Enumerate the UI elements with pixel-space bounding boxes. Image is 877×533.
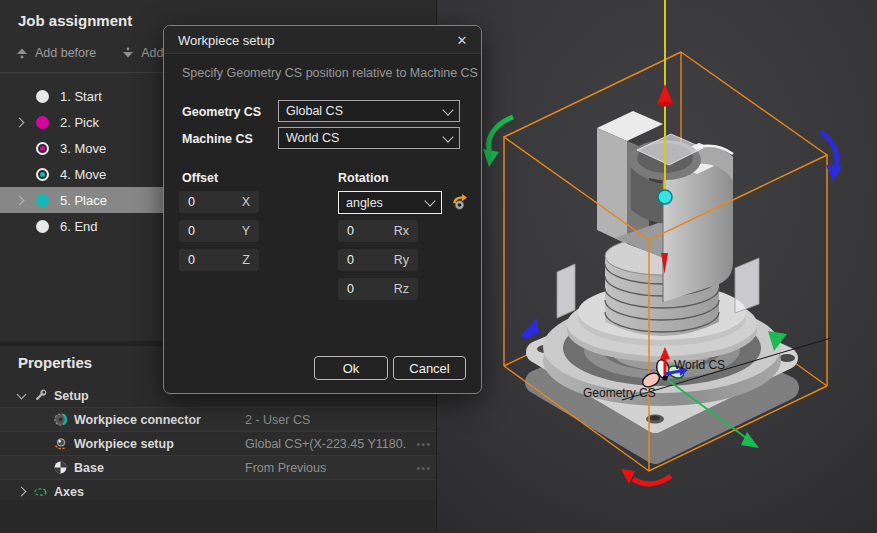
step-label: 5. Place [60, 193, 107, 208]
step-label: 6. End [60, 219, 98, 234]
step-bullet [36, 116, 49, 129]
prop-label: Setup [54, 389, 89, 403]
prop-label: Workpiece setup [74, 437, 174, 451]
add-before-button[interactable]: Add before [16, 46, 96, 60]
rotation-label: Rotation [338, 171, 389, 185]
step-label: 4. Move [60, 167, 106, 182]
step-label: 3. Move [60, 141, 106, 156]
prop-label: Base [74, 461, 104, 475]
cancel-button[interactable]: Cancel [393, 356, 466, 380]
rotation-ry-input[interactable]: 0 Ry [338, 249, 418, 271]
rotation-rx-input[interactable]: 0 Rx [338, 220, 418, 242]
expand-chevron-icon[interactable] [15, 117, 25, 127]
prop-value: 2 - User CS [245, 413, 310, 427]
properties-title: Properties [18, 354, 92, 371]
workpiece-connector-icon [53, 412, 68, 427]
wrench-icon [33, 388, 48, 403]
step-label: 1. Start [60, 89, 102, 104]
close-icon[interactable]: ✕ [452, 30, 472, 50]
highlight-point[interactable] [658, 190, 672, 204]
expand-chevron-icon[interactable] [15, 195, 25, 205]
prop-row-workpiece-setup[interactable]: Workpiece setup Global CS+(X-223.45 Y118… [0, 432, 437, 456]
prop-row-base[interactable]: Base From Previous ••• [0, 456, 437, 480]
step-bullet [36, 168, 49, 181]
base-icon [53, 460, 68, 475]
dialog-titlebar[interactable]: Workpiece setup ✕ [164, 26, 481, 54]
prop-label: Workpiece connector [74, 413, 201, 427]
job-assignment-title: Job assignment [18, 12, 132, 29]
offset-x-input[interactable]: 0 X [179, 191, 259, 213]
step-bullet [36, 220, 49, 233]
add-before-icon [16, 47, 28, 59]
more-button[interactable]: ••• [416, 462, 431, 474]
rotation-convention-select[interactable]: angles [338, 191, 442, 214]
collapse-chevron-icon[interactable] [17, 389, 27, 399]
step-bullet [36, 90, 49, 103]
expand-chevron-icon[interactable] [17, 487, 27, 497]
offset-y-input[interactable]: 0 Y [179, 220, 259, 242]
geometry-cs-label: Geometry CS [583, 386, 656, 400]
prop-value: Global CS+(X-223.45 Y1180. [245, 437, 406, 451]
prop-label: Axes [54, 485, 84, 499]
dialog-title: Workpiece setup [178, 33, 275, 48]
properties-footer [0, 500, 437, 533]
chevron-down-icon [442, 104, 453, 115]
geometry-cs-select[interactable]: Global CS [278, 100, 460, 122]
prop-value: From Previous [245, 461, 326, 475]
3d-viewport[interactable]: World CS Geometry CS [437, 0, 877, 533]
step-label: 2. Pick [60, 115, 99, 130]
dialog-subtitle: Specify Geometry CS position relative to… [182, 66, 478, 80]
step-bullet [36, 142, 49, 155]
machine-cs-label: Machine CS [182, 132, 253, 146]
chevron-down-icon [442, 131, 453, 142]
machine-cs-select[interactable]: World CS [278, 127, 460, 149]
step-bullet [36, 194, 49, 207]
3d-scene: World CS Geometry CS [437, 0, 877, 533]
more-button[interactable]: ••• [416, 438, 431, 450]
geometry-cs-label: Geometry CS [182, 105, 261, 119]
add-after-icon [122, 47, 134, 59]
workpiece-setup-icon [53, 436, 68, 451]
world-cs-label: World CS [674, 358, 725, 372]
offset-label: Offset [182, 171, 218, 185]
axes-icon [33, 484, 48, 499]
rotation-convention-icon[interactable] [450, 193, 468, 211]
chevron-down-icon [424, 195, 435, 206]
workpiece-setup-dialog: Workpiece setup ✕ Specify Geometry CS po… [163, 25, 482, 394]
rotation-rz-input[interactable]: 0 Rz [338, 278, 418, 300]
offset-z-input[interactable]: 0 Z [179, 249, 259, 271]
ok-button[interactable]: Ok [314, 356, 388, 380]
prop-row-workpiece-connector[interactable]: Workpiece connector 2 - User CS [0, 408, 437, 432]
add-before-label: Add before [35, 46, 96, 60]
